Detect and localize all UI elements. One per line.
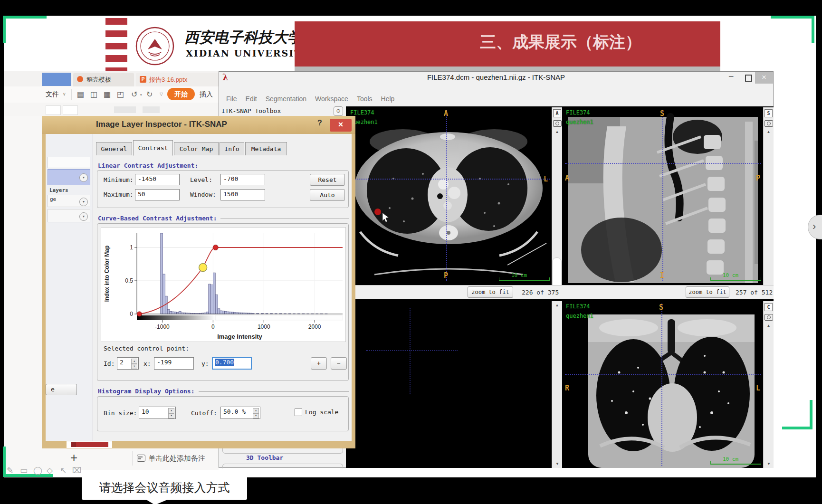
toolbox-collapse-icon[interactable]: ⊙: [334, 106, 343, 116]
axial-screenshot-camera-icon[interactable]: [553, 120, 562, 127]
sagittal-crosshair-vertical[interactable]: [662, 110, 663, 281]
spin-down-icon[interactable]: ▾: [168, 413, 174, 418]
view-sagittal[interactable]: FILE374 quezhen1 S A P I 10 cm: [562, 107, 763, 283]
spin-down-icon[interactable]: ▾: [253, 413, 259, 418]
ellipse-tool-icon[interactable]: ◯: [33, 466, 42, 475]
empty-view-scroll-up-icon[interactable]: ▲: [553, 303, 562, 307]
coronal-screenshot-camera-icon[interactable]: [765, 314, 773, 321]
ppt-start-button[interactable]: 开始: [167, 88, 195, 100]
minimum-input[interactable]: -1450: [135, 174, 180, 185]
empty-view-scroll-down-icon[interactable]: ▼: [553, 462, 562, 466]
coronal-scrollbar[interactable]: C ▲ ▼: [763, 301, 774, 468]
coronal-scroll-down-icon[interactable]: ▼: [765, 462, 773, 466]
menu-help[interactable]: Help: [377, 95, 399, 105]
layer-row-selected[interactable]: ▾: [48, 169, 90, 185]
toolbar-more-icon[interactable]: ▽: [160, 92, 163, 96]
ppt-file-menu[interactable]: 文件: [46, 90, 59, 99]
print-icon[interactable]: ▦: [104, 90, 111, 99]
id-spinner[interactable]: 2 ▴▾: [117, 357, 139, 370]
log-scale-checkbox[interactable]: [295, 409, 302, 416]
print-preview-icon[interactable]: ◰: [117, 90, 124, 99]
layer-menu-chevron-icon[interactable]: ▾: [79, 212, 88, 221]
minimize-button[interactable]: –: [729, 71, 733, 81]
redo-icon[interactable]: ↻: [146, 90, 153, 99]
layer-menu-chevron-icon[interactable]: ▾: [79, 198, 88, 206]
spin-up-icon[interactable]: ▴: [168, 408, 174, 413]
coronal-crosshair-horizontal[interactable]: [565, 374, 761, 375]
empty-view-crosshair-horizontal[interactable]: [366, 350, 458, 351]
spin-up-icon[interactable]: ▴: [253, 408, 259, 413]
sagittal-screenshot-camera-icon[interactable]: [765, 120, 773, 127]
empty-view-crosshair-vertical[interactable]: [410, 308, 411, 394]
sagittal-scroll-up-icon[interactable]: ▲: [765, 130, 773, 134]
layer-row[interactable]: [48, 157, 90, 168]
bin-size-spinner[interactable]: 10 ▴▾: [139, 407, 176, 419]
coronal-scroll-up-icon[interactable]: ▲: [765, 323, 773, 328]
menu-file[interactable]: File: [226, 95, 241, 105]
add-control-point-button[interactable]: +: [311, 357, 327, 370]
view-coronal[interactable]: FILE374 quezhen1 S R L 10 cm: [562, 301, 763, 468]
reset-button[interactable]: Reset: [310, 174, 345, 186]
ppt-insert-menu[interactable]: 插入: [200, 90, 213, 99]
layer-menu-chevron-icon[interactable]: ▾: [79, 173, 88, 182]
auto-button[interactable]: Auto: [310, 189, 345, 201]
tab-metadata[interactable]: Metadata: [245, 142, 287, 155]
contrast-curve-chart[interactable]: -100001000200000.51Image IntensityIndex …: [101, 227, 346, 342]
copy-icon[interactable]: ◫: [90, 90, 97, 99]
menu-segmentation[interactable]: Segmentation: [261, 95, 311, 105]
ppt-new-slide-button[interactable]: +: [70, 450, 77, 465]
audio-tooltip[interactable]: 请选择会议音频接入方式: [82, 475, 247, 500]
coronal-panel-letter-icon[interactable]: C: [765, 303, 773, 311]
rectangle-tool-icon[interactable]: ▭: [20, 466, 28, 475]
ppt-tab-template[interactable]: 稻壳模板: [73, 73, 134, 86]
remove-control-point-button[interactable]: −: [331, 357, 347, 370]
notes-placeholder[interactable]: 单击此处添加备注: [148, 454, 205, 463]
sagittal-scrollbar[interactable]: S ▲ ▼: [763, 107, 774, 299]
x-input[interactable]: -199: [154, 357, 194, 370]
cutoff-spinner[interactable]: 50.0 % ▴▾: [220, 407, 260, 419]
undo-icon[interactable]: ↺: [131, 90, 137, 99]
dialog-close-button[interactable]: ×: [330, 119, 352, 132]
level-input[interactable]: -700: [220, 174, 265, 185]
zoom-to-fit-button-left[interactable]: zoom to fit: [468, 286, 513, 298]
pen-tool-icon[interactable]: ✎: [7, 466, 13, 475]
axial-crosshair-horizontal[interactable]: [348, 179, 550, 180]
ppt-doc-tab-fragment[interactable]: [42, 73, 71, 86]
menu-workspace[interactable]: Workspace: [311, 95, 353, 105]
axial-scroll-up-icon[interactable]: ▲: [553, 130, 562, 134]
tab-contrast[interactable]: Contrast: [133, 140, 173, 156]
view-empty-slice[interactable]: [346, 301, 552, 468]
dialog-help-button[interactable]: ?: [317, 119, 322, 127]
clear-tool-icon[interactable]: ⌧: [72, 466, 82, 475]
tab-color-map[interactable]: Color Map: [174, 142, 219, 155]
tab-info[interactable]: Info: [220, 142, 244, 155]
sagittal-panel-letter-icon[interactable]: S: [765, 109, 773, 117]
sagittal-crosshair-horizontal[interactable]: [565, 163, 761, 164]
toolbar-3d-title[interactable]: 3D Toolbar: [246, 454, 283, 461]
menu-edit[interactable]: Edit: [241, 95, 261, 105]
layer-row[interactable]: ▾: [48, 209, 90, 222]
tab-general[interactable]: General: [96, 142, 132, 155]
coronal-crosshair-vertical[interactable]: [661, 304, 662, 466]
zoom-to-fit-button-right[interactable]: zoom to fit: [686, 286, 729, 298]
save-icon[interactable]: ▤: [77, 90, 84, 99]
eraser-tool-icon[interactable]: ◇: [47, 466, 53, 475]
spin-up-icon[interactable]: ▴: [131, 359, 137, 364]
maximize-button[interactable]: [745, 75, 752, 82]
maximum-input[interactable]: 50: [135, 189, 180, 200]
window-input[interactable]: 1500: [220, 189, 265, 200]
layers-panel-bottom-button[interactable]: e: [46, 384, 77, 395]
ppt-tab-file[interactable]: P 报告3-16.pptx: [136, 73, 222, 86]
spin-down-icon[interactable]: ▾: [131, 364, 137, 369]
close-window-button[interactable]: ×: [755, 72, 773, 84]
y-input[interactable]: 0.700: [212, 357, 252, 370]
axial-crosshair-vertical[interactable]: [446, 110, 447, 281]
empty-view-scrollbar[interactable]: ▲ ▼: [552, 301, 562, 468]
menu-tools[interactable]: Tools: [353, 95, 377, 105]
annotation-red-dot[interactable]: [374, 209, 381, 215]
view-axial[interactable]: FILE374 quezhen1 A L P 10 cm: [346, 107, 552, 283]
layer-row-image[interactable]: ge ▾: [48, 195, 90, 207]
undo-dropdown-icon[interactable]: ▾: [140, 93, 142, 97]
cursor-tool-icon[interactable]: ↖: [60, 466, 67, 475]
axial-panel-letter-icon[interactable]: A: [553, 109, 561, 117]
